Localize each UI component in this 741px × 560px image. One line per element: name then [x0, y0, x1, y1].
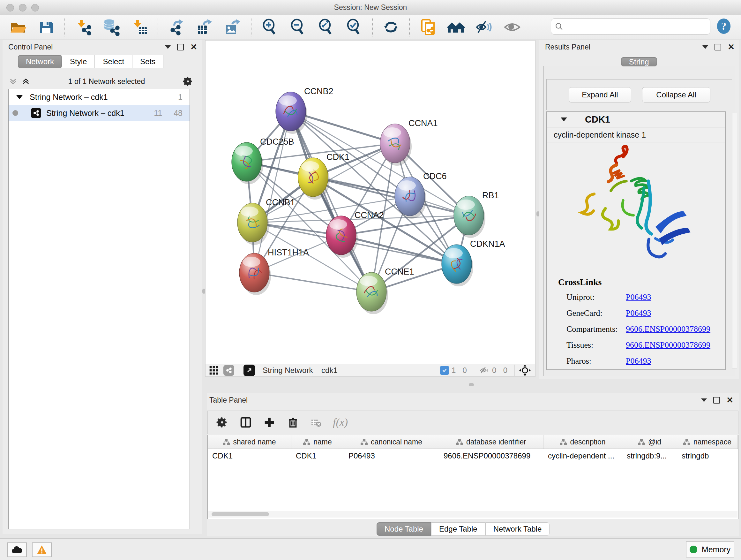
table-row[interactable]: CDK1CDK1P064939606.ENSP00000378699cyclin…: [208, 449, 738, 463]
search-input[interactable]: [563, 22, 706, 31]
network-node-CCNA2[interactable]: CCNA2: [326, 210, 384, 258]
table-cell[interactable]: stringdb: [677, 449, 738, 463]
control-panel-close-icon[interactable]: ✕: [190, 44, 197, 50]
network-node-CCNE1[interactable]: CCNE1: [356, 267, 414, 314]
title-bar: Session: New Session: [0, 0, 741, 15]
expand-all-button[interactable]: Expand All: [569, 87, 631, 103]
results-panel-float-icon[interactable]: [702, 45, 708, 49]
collapse-all-icon[interactable]: [8, 77, 18, 86]
show-columns-icon[interactable]: [240, 416, 252, 428]
column-header-canonical-name[interactable]: canonical name: [344, 435, 439, 449]
crosslink-link[interactable]: 9606.ENSP00000378699: [626, 340, 711, 350]
network-edge-CCNB2-CCNE1[interactable]: [291, 111, 372, 292]
table-cell[interactable]: stringdb:9...: [622, 449, 677, 463]
results-panel-title: Results Panel: [545, 43, 590, 51]
home-networks-icon[interactable]: [448, 18, 465, 36]
open-session-icon[interactable]: [10, 18, 27, 36]
crosslink-link[interactable]: P06493: [626, 293, 651, 302]
export-table-icon[interactable]: [196, 18, 213, 36]
add-column-icon[interactable]: [263, 416, 275, 428]
tab-select[interactable]: Select: [95, 55, 132, 68]
network-edge-HIST1H1A-CCNE1[interactable]: [254, 273, 372, 292]
tab-network-table[interactable]: Network Table: [485, 522, 550, 536]
tab-string[interactable]: String: [621, 57, 657, 66]
table-cell[interactable]: 9606.ENSP00000378699: [439, 449, 543, 463]
import-network-from-database-icon[interactable]: [103, 18, 120, 36]
control-panel-maximize-icon[interactable]: [177, 44, 184, 51]
table-panel-float-icon[interactable]: [701, 398, 707, 402]
control-panel-float-icon[interactable]: [165, 45, 171, 49]
table-settings-gear-icon[interactable]: [216, 416, 228, 428]
crosslink-link[interactable]: 9606.ENSP00000378699: [626, 324, 711, 334]
network-node-CDKN1A[interactable]: CDKN1A: [442, 239, 505, 287]
export-image-icon[interactable]: [224, 18, 241, 36]
zoom-in-icon[interactable]: [261, 18, 278, 36]
birds-eye-view-icon[interactable]: [519, 365, 531, 376]
import-network-icon[interactable]: [75, 18, 92, 36]
table-cell[interactable]: cyclin-dependent ...: [543, 449, 622, 463]
table-panel-splitter-handle[interactable]: [469, 383, 474, 386]
tab-style[interactable]: Style: [62, 55, 95, 68]
tab-node-table[interactable]: Node Table: [377, 522, 431, 536]
selected-items-checkbox-icon[interactable]: [440, 366, 449, 375]
network-overview-icon[interactable]: [223, 365, 234, 376]
delete-column-trash-icon[interactable]: [287, 416, 299, 428]
zoom-out-icon[interactable]: [289, 18, 307, 36]
column-header-database-identifier[interactable]: database identifier: [439, 435, 543, 449]
column-header-@id[interactable]: @id: [622, 435, 677, 449]
network-node-CDC6[interactable]: CDC6: [395, 172, 447, 219]
column-header-name[interactable]: name: [291, 435, 344, 449]
table-cell[interactable]: P06493: [344, 449, 439, 463]
import-table-icon[interactable]: [131, 18, 148, 36]
network-node-CDC25B[interactable]: CDC25B: [232, 137, 294, 184]
save-session-icon[interactable]: [38, 18, 55, 36]
column-header-description[interactable]: description: [543, 435, 622, 449]
table-cell[interactable]: CDK1: [291, 449, 344, 463]
protein-collapse-icon[interactable]: [561, 118, 567, 121]
crosslink-link[interactable]: P06493: [626, 308, 651, 318]
collapse-all-button[interactable]: Collapse All: [642, 87, 711, 103]
zoom-selected-icon[interactable]: [345, 18, 362, 36]
table-panel-maximize-icon[interactable]: [713, 397, 720, 403]
status-bar: Memory: [0, 538, 741, 560]
network-node-CCNB2[interactable]: CCNB2: [276, 86, 333, 134]
tree-expand-icon[interactable]: [16, 95, 23, 99]
tab-edge-table[interactable]: Edge Table: [431, 522, 485, 536]
network-node-CCNA1[interactable]: CCNA1: [380, 118, 438, 166]
table-cell[interactable]: CDK1: [208, 449, 291, 463]
zoom-fit-icon[interactable]: [317, 18, 334, 36]
network-row-selected[interactable]: String Network – cdk1 11 48: [9, 105, 190, 121]
crosslink-link[interactable]: P06493: [626, 356, 651, 366]
column-header-shared-name[interactable]: shared name: [208, 435, 291, 449]
tab-sets[interactable]: Sets: [132, 55, 163, 68]
results-panel-maximize-icon[interactable]: [715, 44, 721, 51]
window-title: Session: New Session: [0, 0, 741, 15]
show-panels-icon[interactable]: [503, 18, 521, 36]
network-node-CDK1[interactable]: CDK1: [298, 152, 349, 199]
export-network-icon[interactable]: [168, 18, 185, 36]
results-scrollbar[interactable]: [732, 113, 737, 368]
table-panel-close-icon[interactable]: ✕: [726, 397, 733, 403]
network-node-HIST1H1A[interactable]: HIST1H1A: [239, 248, 309, 295]
column-header-namespace[interactable]: namespace: [677, 435, 738, 449]
grid-view-icon[interactable]: [209, 365, 219, 375]
network-options-gear-icon[interactable]: [183, 76, 193, 87]
network-collection-row[interactable]: String Network – cdk1 1: [9, 89, 190, 105]
network-canvas[interactable]: CCNB2CCNA1CDC25BCDK1CDC6RB1CCNB1CCNA2CDK…: [205, 41, 535, 364]
table-horizontal-scrollbar[interactable]: [208, 511, 738, 517]
network-node-RB1[interactable]: RB1: [454, 191, 499, 238]
cloud-status-button[interactable]: [7, 543, 27, 557]
results-panel-close-icon[interactable]: ✕: [728, 44, 735, 50]
refresh-icon[interactable]: [382, 18, 400, 36]
tab-network[interactable]: Network: [18, 55, 62, 68]
network-tree: String Network – cdk1 1 String Network –…: [8, 89, 190, 530]
memory-button[interactable]: Memory: [686, 542, 734, 557]
help-button[interactable]: ?: [716, 18, 732, 35]
clone-network-icon[interactable]: [419, 18, 436, 36]
hide-panels-icon[interactable]: [475, 18, 493, 36]
scrollbar-thumb[interactable]: [212, 512, 269, 516]
detach-view-icon[interactable]: [244, 365, 255, 376]
warnings-button[interactable]: [32, 543, 52, 557]
search-field[interactable]: [551, 18, 711, 35]
expand-all-icon[interactable]: [21, 77, 30, 86]
